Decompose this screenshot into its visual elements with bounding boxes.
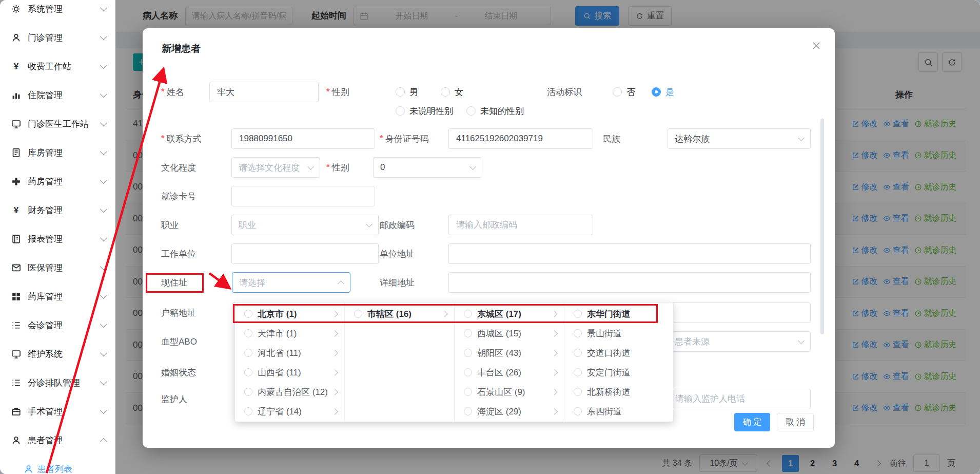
- sidebar-item-maintenance-system[interactable]: 维护系统: [0, 339, 115, 368]
- sidebar-item-finance-management[interactable]: ¥ 财务管理: [0, 196, 115, 224]
- ethnicity-select[interactable]: 达斡尔族: [668, 128, 811, 149]
- radio-gender-female[interactable]: 女: [441, 82, 463, 102]
- id-number-input[interactable]: [448, 128, 593, 149]
- current-address-cascader-select[interactable]: 请选择: [232, 272, 350, 293]
- cascader-column-street: 东华门街道 景山街道 交道口街道 安定门街道: [564, 302, 674, 422]
- chevron-down-icon: [100, 378, 107, 385]
- sidebar-item-warehouse-management[interactable]: 库房管理: [0, 138, 115, 167]
- sidebar-item-drugstore-management[interactable]: 药库管理: [0, 282, 115, 311]
- app-window: 系统管理 门诊管理 ¥ 收费工作站 住院管理 门诊医生工作站 库房管理: [0, 0, 980, 474]
- patient-source-select[interactable]: 患者来源: [668, 331, 811, 352]
- radio-icon: [574, 349, 582, 357]
- chevron-down-icon: [100, 33, 107, 40]
- sidebar-item-charging-workstation[interactable]: ¥ 收费工作站: [0, 52, 115, 81]
- radio-icon: [244, 349, 252, 357]
- sidebar-item-label: 药房管理: [28, 176, 94, 187]
- confirm-button[interactable]: 确 定: [734, 413, 770, 431]
- radio-checked-icon: [652, 87, 661, 97]
- radio-gender-unstated[interactable]: 未说明性别: [396, 101, 453, 121]
- cascader-option[interactable]: 交道口街道: [564, 343, 674, 363]
- chevron-right-icon: [331, 408, 338, 415]
- sidebar-item-triage-queue-management[interactable]: 分诊排队管理: [0, 368, 115, 397]
- cascader-option[interactable]: 景山街道: [564, 324, 674, 343]
- radio-gender-unknown[interactable]: 未知的性别: [466, 101, 524, 121]
- sidebar-item-pharmacy-management[interactable]: 药房管理: [0, 167, 115, 196]
- postal-input[interactable]: [448, 215, 593, 235]
- sidebar-item-patient-management[interactable]: 患者管理: [0, 426, 115, 454]
- required-mark: *: [161, 134, 165, 144]
- chevron-down-icon: [100, 263, 107, 270]
- cascader-option[interactable]: 山西省 (11): [235, 363, 344, 382]
- chevron-right-icon: [551, 408, 558, 415]
- occupation-select[interactable]: 职业: [231, 215, 379, 235]
- radio-icon: [441, 87, 450, 97]
- document-icon: [11, 148, 21, 158]
- cascader-option[interactable]: 东四街道: [564, 402, 674, 421]
- cascader-option[interactable]: 安定门街道: [564, 363, 674, 382]
- radio-gender-male[interactable]: 男: [396, 82, 418, 102]
- close-icon[interactable]: [811, 41, 821, 51]
- cascader-option[interactable]: 丰台区 (26): [455, 363, 564, 382]
- chevron-down-icon: [100, 292, 107, 299]
- medical-cross-icon: [11, 177, 21, 186]
- radio-icon: [354, 310, 362, 318]
- sidebar-item-label: 会诊管理: [28, 319, 94, 331]
- unit-address-input[interactable]: [448, 243, 811, 264]
- sidebar-item-outpatient-doctor-workstation[interactable]: 门诊医生工作站: [0, 109, 115, 138]
- radio-icon: [396, 87, 405, 97]
- sidebar-item-insurance-management[interactable]: 医保管理: [0, 253, 115, 282]
- gender2-select[interactable]: 0: [373, 157, 482, 178]
- sidebar-item-report-management[interactable]: 报表管理: [0, 224, 115, 253]
- chevron-right-icon: [331, 330, 338, 337]
- sidebar-item-surgery-management[interactable]: 手术管理: [0, 397, 115, 426]
- monitor-icon: [11, 349, 21, 359]
- cascader-column-province: 北京市 (1) 天津市 (1) 河北省 (11) 山西省: [235, 302, 344, 422]
- postal-label: 邮政编码: [380, 215, 415, 235]
- name-label: *姓名: [161, 82, 184, 102]
- cascader-option[interactable]: 东华门街道: [564, 304, 674, 324]
- contact-input[interactable]: [231, 128, 375, 149]
- sidebar-item-inpatient-management[interactable]: 住院管理: [0, 81, 115, 109]
- radio-icon: [574, 310, 582, 318]
- cascader-option[interactable]: 海淀区 (29): [455, 402, 564, 421]
- chevron-down-icon: [798, 135, 805, 141]
- radio-active-no[interactable]: 否: [613, 82, 635, 102]
- radio-active-yes[interactable]: 是: [652, 82, 674, 102]
- work-unit-input[interactable]: [231, 243, 379, 264]
- detail-address-input[interactable]: [448, 272, 811, 293]
- cascader-option[interactable]: 市辖区 (16): [345, 304, 454, 324]
- radio-icon: [574, 368, 582, 376]
- chevron-down-icon: [100, 90, 107, 98]
- cascader-option[interactable]: 天津市 (1): [235, 324, 344, 343]
- name-input[interactable]: [209, 82, 319, 102]
- sidebar-item-patient-list[interactable]: 患者列表: [0, 454, 115, 474]
- radio-icon: [396, 106, 405, 116]
- card-no-input[interactable]: [231, 186, 375, 206]
- cascader-option[interactable]: 东城区 (17): [455, 304, 564, 324]
- guardian-phone-input[interactable]: [668, 389, 811, 409]
- cascader-option[interactable]: 辽宁省 (14): [235, 402, 344, 421]
- occupation-label: 职业: [161, 215, 179, 235]
- radio-icon: [464, 388, 472, 396]
- grid-icon: [11, 292, 21, 301]
- radio-icon: [464, 310, 472, 318]
- id-number-label: *身份证号码: [380, 128, 429, 149]
- sidebar-item-system-management[interactable]: 系统管理: [0, 0, 115, 23]
- education-select[interactable]: 请选择文化程度: [231, 157, 320, 178]
- cascader-option[interactable]: 朝阳区 (43): [455, 343, 564, 363]
- radio-icon: [244, 388, 252, 396]
- cascader-option[interactable]: 内蒙古自治区 (12): [235, 382, 344, 402]
- cancel-button[interactable]: 取 消: [777, 413, 814, 431]
- sidebar-item-consultation-management[interactable]: 会诊管理: [0, 311, 115, 339]
- cascader-option[interactable]: 西城区 (15): [455, 324, 564, 343]
- cascader-option[interactable]: 北京市 (1): [235, 304, 344, 324]
- cascader-option[interactable]: 北新桥街道: [564, 382, 674, 402]
- cascader-option[interactable]: 河北省 (11): [235, 343, 344, 363]
- cascader-column-city: 市辖区 (16): [344, 302, 454, 422]
- sidebar-item-outpatient-management[interactable]: 门诊管理: [0, 23, 115, 52]
- modal-scrollbar[interactable]: [820, 119, 824, 334]
- chevron-right-icon: [551, 369, 558, 376]
- cascader-option[interactable]: 石景山区 (9): [455, 382, 564, 402]
- chevron-up-icon: [338, 280, 344, 287]
- required-mark: *: [326, 162, 330, 173]
